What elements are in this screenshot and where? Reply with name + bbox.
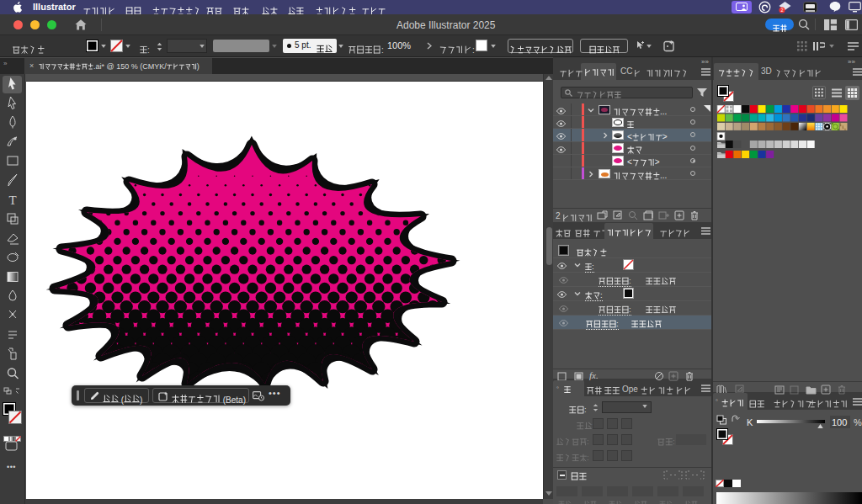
svg-text:T: T [8, 194, 16, 207]
